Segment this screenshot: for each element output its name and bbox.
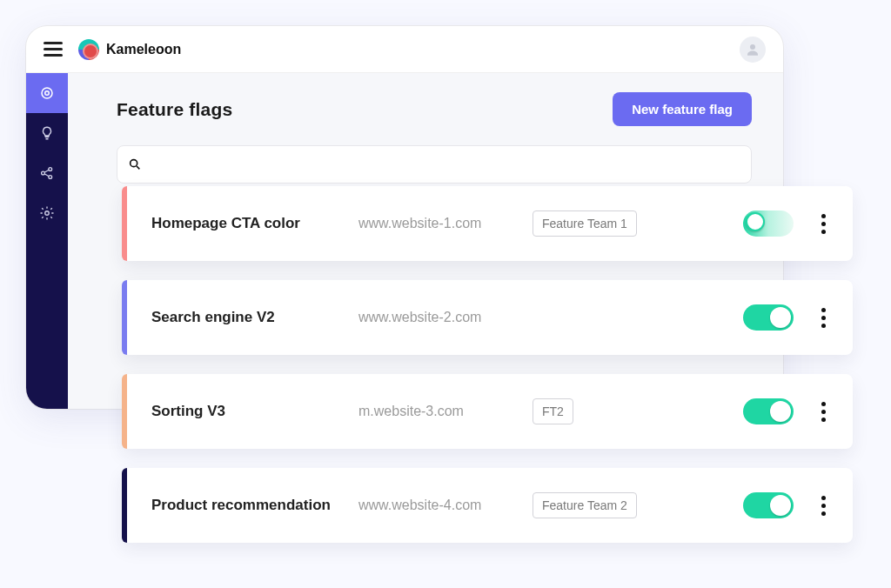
toggle-knob (770, 495, 791, 516)
topbar: Kameleoon (26, 26, 783, 73)
search-bar[interactable] (117, 145, 752, 184)
svg-point-0 (750, 44, 755, 50)
flag-name: Sorting V3 (151, 403, 358, 420)
flag-toggle[interactable] (743, 492, 794, 518)
flag-domain: www.website-4.com (358, 498, 533, 513)
svg-point-7 (131, 160, 137, 167)
flag-toggle[interactable] (743, 304, 794, 331)
flag-team-badge: Feature Team 1 (533, 210, 637, 237)
sidebar-item-ideas[interactable] (26, 113, 68, 153)
kebab-menu-icon[interactable] (814, 308, 832, 328)
flag-domain: www.website-2.com (358, 310, 533, 325)
flag-team-slot: Feature Team 1 (533, 210, 663, 237)
kebab-menu-icon[interactable] (814, 496, 832, 516)
flag-domain: www.website-1.com (358, 216, 533, 231)
new-feature-flag-button[interactable]: New feature flag (613, 92, 752, 126)
flag-list: Homepage CTA colorwww.website-1.comFeatu… (122, 186, 853, 543)
toggle-knob (770, 307, 791, 328)
toggle-knob (746, 212, 765, 231)
flag-team-slot: Feature Team 2 (533, 492, 663, 518)
svg-point-2 (45, 91, 50, 96)
svg-point-1 (42, 88, 52, 98)
flag-toggle[interactable] (743, 210, 794, 237)
flag-accent (122, 280, 127, 355)
flag-toggle[interactable] (743, 398, 794, 424)
flag-accent (122, 186, 127, 261)
title-row: Feature flags New feature flag (117, 92, 752, 126)
flag-name: Search engine V2 (151, 309, 358, 326)
logo[interactable]: Kameleoon (78, 39, 181, 60)
flag-team-badge: Feature Team 2 (533, 492, 637, 518)
flag-card[interactable]: Search engine V2www.website-2.com (122, 280, 853, 355)
kebab-menu-icon[interactable] (814, 402, 832, 422)
toggle-knob (770, 401, 791, 422)
search-input[interactable] (149, 157, 740, 172)
flag-card[interactable]: Homepage CTA colorwww.website-1.comFeatu… (122, 186, 853, 261)
flag-domain: m.website-3.com (358, 404, 533, 419)
sidebar-item-target[interactable] (26, 73, 68, 113)
flag-name: Homepage CTA color (151, 215, 358, 232)
brand-name: Kameleoon (106, 42, 181, 57)
flag-team-slot: FT2 (533, 398, 663, 424)
lightbulb-icon (39, 125, 55, 141)
kebab-menu-icon[interactable] (814, 214, 832, 234)
flag-card[interactable]: Product recommendationwww.website-4.comF… (122, 468, 853, 543)
sidebar (26, 73, 68, 409)
svg-point-6 (45, 211, 50, 216)
menu-icon[interactable] (44, 42, 63, 57)
target-icon (39, 85, 55, 101)
flag-card[interactable]: Sorting V3m.website-3.comFT2 (122, 374, 853, 449)
page-title: Feature flags (117, 99, 232, 120)
flag-accent (122, 468, 127, 543)
search-icon (128, 157, 142, 171)
sidebar-item-settings[interactable] (26, 193, 68, 233)
logo-mark-icon (78, 39, 99, 60)
nodes-icon (39, 165, 55, 181)
flag-team-badge: FT2 (533, 398, 573, 424)
avatar[interactable] (740, 37, 766, 63)
flag-accent (122, 374, 127, 449)
user-icon (745, 42, 760, 57)
sidebar-item-nodes[interactable] (26, 153, 68, 193)
gear-icon (39, 205, 55, 221)
flag-name: Product recommendation (151, 497, 358, 514)
